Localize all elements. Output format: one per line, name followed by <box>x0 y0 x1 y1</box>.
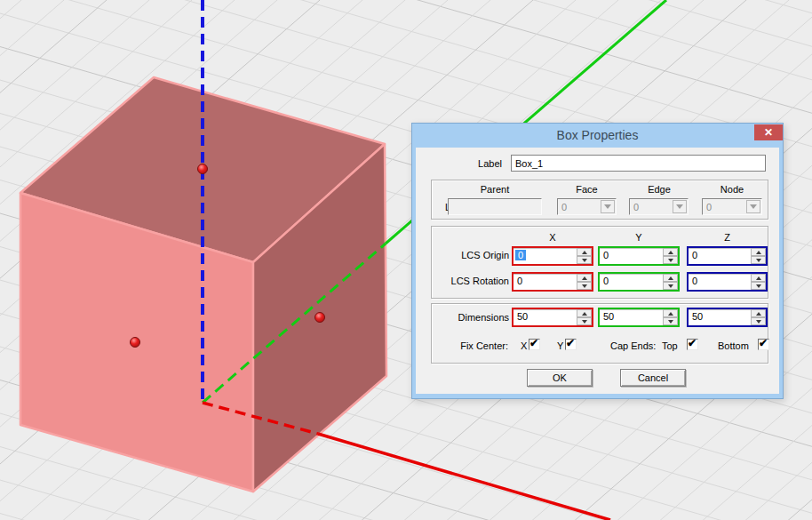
dimension-x-field[interactable]: 50 <box>512 308 593 327</box>
lcs-group: X Y Z LCS Origin LCS Rotation 0 0 <box>431 226 768 299</box>
spin-up-button[interactable] <box>751 274 766 282</box>
cap-bottom-checkbox[interactable]: ✔ <box>758 339 769 350</box>
check-icon: ✔ <box>759 337 768 349</box>
lcs-origin-z-value: 0 <box>692 250 697 260</box>
spinner <box>577 274 592 290</box>
lcs-rotation-x-field[interactable]: 0 <box>512 272 593 292</box>
node-column-header: Node <box>702 184 762 195</box>
vertex-handle[interactable] <box>131 338 140 348</box>
close-icon: ✕ <box>764 126 773 139</box>
label-input[interactable] <box>511 155 766 172</box>
dialog-content: Label Parent Face Edge Node Link 0 <box>416 148 779 394</box>
dimension-y-value: 50 <box>603 311 614 322</box>
spin-down-icon <box>756 284 761 288</box>
spin-down-button[interactable] <box>577 317 592 325</box>
spinner <box>577 248 592 264</box>
check-icon: ✔ <box>566 337 575 349</box>
face-column-header: Face <box>557 184 617 195</box>
spin-down-button[interactable] <box>577 256 592 264</box>
face-dropdown[interactable]: 0 <box>557 198 617 215</box>
ok-button[interactable]: OK <box>527 369 593 387</box>
spin-up-button[interactable] <box>751 309 766 317</box>
box-properties-dialog: Box Properties ✕ Label Parent Face Edge … <box>411 123 784 399</box>
spin-down-icon <box>756 259 761 262</box>
lcs-origin-y-value: 0 <box>603 250 609 260</box>
dimension-z-value: 50 <box>692 311 703 322</box>
vertex-handle[interactable] <box>315 313 325 323</box>
spin-up-icon <box>756 251 761 254</box>
cap-top-checkbox[interactable]: ✔ <box>687 339 698 350</box>
dimensions-label: Dimensions <box>432 312 509 323</box>
fix-center-y-label: Y <box>557 340 563 351</box>
spin-up-icon <box>756 312 761 316</box>
dimension-y-field[interactable]: 50 <box>598 308 680 327</box>
spin-up-button[interactable] <box>577 309 592 317</box>
x-column-header: X <box>512 232 593 243</box>
lcs-rotation-z-field[interactable]: 0 <box>687 272 768 292</box>
spin-up-icon <box>582 251 587 254</box>
lcs-rotation-z-value: 0 <box>692 276 697 286</box>
link-group: Parent Face Edge Node Link 0 0 <box>431 180 768 220</box>
spin-down-icon <box>756 320 761 324</box>
spin-up-button[interactable] <box>577 248 592 256</box>
spin-down-button[interactable] <box>663 317 678 325</box>
spinner <box>751 309 766 325</box>
node-dropdown[interactable]: 0 <box>702 198 762 215</box>
lcs-rotation-label: LCS Rotation <box>432 276 509 286</box>
y-column-header: Y <box>598 232 680 243</box>
dialog-titlebar[interactable]: Box Properties ✕ <box>412 124 783 148</box>
spin-up-icon <box>668 312 673 316</box>
fix-center-x-label: X <box>521 340 527 351</box>
spinner <box>663 274 678 290</box>
lcs-rotation-x-value: 0 <box>517 276 522 286</box>
edge-dropdown[interactable]: 0 <box>629 198 689 215</box>
fix-center-y-checkbox[interactable]: ✔ <box>565 339 577 350</box>
dialog-title: Box Properties <box>412 128 783 142</box>
face-dropdown-value: 0 <box>561 202 567 212</box>
cap-ends-label: Cap Ends: <box>610 340 656 351</box>
spin-up-button[interactable] <box>663 248 678 256</box>
chevron-down-icon <box>676 204 683 209</box>
spin-up-button[interactable] <box>663 309 678 317</box>
cap-bottom-label: Bottom <box>718 340 749 351</box>
lcs-origin-y-field[interactable]: 0 <box>598 246 680 266</box>
edge-column-header: Edge <box>629 184 689 195</box>
lcs-rotation-y-field[interactable]: 0 <box>598 272 680 292</box>
spin-up-icon <box>582 312 587 316</box>
spin-down-icon <box>668 284 673 288</box>
edge-dropdown-button[interactable] <box>673 200 687 213</box>
spinner <box>751 248 766 264</box>
cancel-button[interactable]: Cancel <box>620 369 686 387</box>
dimension-x-value: 50 <box>517 311 528 322</box>
node-dropdown-button[interactable] <box>746 200 760 213</box>
vertex-handle[interactable] <box>198 164 208 174</box>
chevron-down-icon <box>604 204 611 209</box>
spin-down-icon <box>668 320 673 324</box>
spin-down-button[interactable] <box>663 256 678 264</box>
spinner <box>663 248 678 264</box>
lcs-origin-z-field[interactable]: 0 <box>687 246 768 266</box>
spin-up-icon <box>756 276 761 280</box>
spin-down-icon <box>582 320 587 324</box>
spin-down-button[interactable] <box>663 282 678 290</box>
spin-up-button[interactable] <box>577 274 592 282</box>
lcs-origin-x-field[interactable]: 0 <box>512 246 593 266</box>
spin-down-button[interactable] <box>751 256 766 264</box>
chevron-down-icon <box>750 204 757 209</box>
check-icon: ✔ <box>529 337 538 349</box>
cap-top-label: Top <box>662 340 678 351</box>
parent-field[interactable] <box>448 198 542 215</box>
spin-down-button[interactable] <box>751 317 766 325</box>
face-dropdown-button[interactable] <box>601 200 615 213</box>
spin-down-button[interactable] <box>577 282 592 290</box>
fix-center-x-checkbox[interactable]: ✔ <box>529 339 540 350</box>
parent-column-header: Parent <box>448 184 542 195</box>
lcs-rotation-y-value: 0 <box>603 276 609 286</box>
dimension-z-field[interactable]: 50 <box>687 308 768 327</box>
spin-up-button[interactable] <box>663 274 678 282</box>
spinner <box>751 274 766 290</box>
close-button[interactable]: ✕ <box>754 124 783 140</box>
spin-up-button[interactable] <box>751 248 766 256</box>
spin-down-icon <box>668 259 673 262</box>
spin-down-button[interactable] <box>751 282 766 290</box>
